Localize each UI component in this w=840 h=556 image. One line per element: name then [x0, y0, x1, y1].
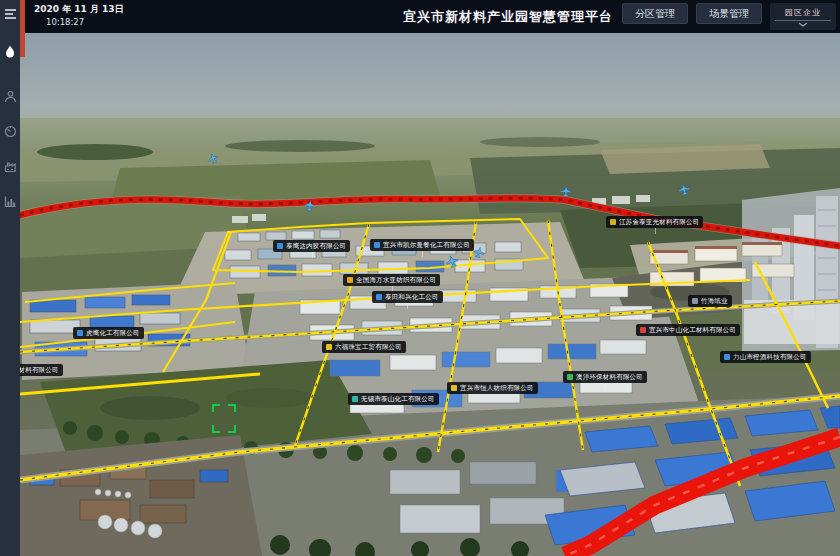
header-time: 10:18:27: [46, 17, 124, 28]
map-label-text: 竹海纸业: [701, 297, 728, 306]
map-label[interactable]: 竹海纸业: [688, 295, 732, 307]
marker-icon: [376, 294, 382, 300]
map-label-text: 泰田和兴化工公司: [385, 293, 439, 302]
map-label[interactable]: 六福珠宝工贸有限公司: [322, 341, 406, 353]
map-label[interactable]: 全国海万水亚纺织有限公司: [343, 274, 440, 286]
marker-icon: [326, 344, 332, 350]
map-label-text: 泰鹰达内胶有限公司: [286, 242, 346, 251]
header-date: 2020 年 11 月 13日: [34, 4, 124, 15]
map-label[interactable]: 宜兴市凯尔曼餐化工有限公司: [370, 239, 474, 251]
marker-icon: [692, 298, 698, 304]
menu-icon[interactable]: [0, 4, 20, 24]
map-label[interactable]: 江苏金泰亚光材料有限公司: [606, 216, 703, 228]
park-enterprise-dropdown[interactable]: 园区企业: [770, 3, 836, 30]
map-label[interactable]: 宜兴市防水材料有限公司: [20, 364, 63, 376]
map-label[interactable]: 宜兴市恒人纺织有限公司: [447, 382, 538, 394]
user-icon[interactable]: [0, 86, 20, 106]
map-label[interactable]: 虎鹰化工有限公司: [73, 327, 144, 339]
map-label-text: 宜兴市中山化工材料有限公司: [649, 326, 736, 335]
marker-icon: [724, 354, 730, 360]
map-label[interactable]: 宜兴市中山化工材料有限公司: [636, 324, 740, 336]
sidebar: [0, 0, 20, 556]
divider: [775, 20, 831, 21]
factory-icon[interactable]: [0, 156, 20, 176]
marker-icon: [77, 330, 83, 336]
map-label[interactable]: 澳洋环保材料有限公司: [563, 371, 647, 383]
marker-icon: [277, 243, 283, 249]
map-label[interactable]: 力山市橙酒科技有限公司: [720, 351, 811, 363]
sidebar-accent-bar: [20, 0, 25, 57]
map-label-text: 虎鹰化工有限公司: [86, 329, 140, 338]
marker-icon: [567, 374, 573, 380]
map-label-text: 澳洋环保材料有限公司: [576, 373, 643, 382]
map-label-text: 江苏金泰亚光材料有限公司: [619, 218, 699, 227]
marker-icon: [352, 396, 358, 402]
scene-manage-button[interactable]: 场景管理: [696, 3, 762, 24]
gauge-icon[interactable]: [0, 121, 20, 141]
marker-icon: [374, 242, 380, 248]
map-label-text: 宜兴市恒人纺织有限公司: [460, 384, 534, 393]
marker-icon: [640, 327, 646, 333]
map-label[interactable]: 无锡市泰山化工有限公司: [348, 393, 439, 405]
marker-icon: [347, 277, 353, 283]
map-label-text: 全国海万水亚纺织有限公司: [356, 276, 436, 285]
map-label-text: 宜兴市凯尔曼餐化工有限公司: [383, 241, 470, 250]
map-label-text: 宜兴市防水材料有限公司: [20, 366, 59, 375]
map-label-text: 力山市橙酒科技有限公司: [733, 353, 807, 362]
page-title: 宜兴市新材料产业园智慧管理平台: [388, 0, 628, 33]
map-label-text: 六福珠宝工贸有限公司: [335, 343, 402, 352]
map-label-text: 无锡市泰山化工有限公司: [361, 395, 435, 404]
map-viewport[interactable]: 泰鹰达内胶有限公司 宜兴市凯尔曼餐化工有限公司 全国海万水亚纺织有限公司 泰田和…: [20, 33, 840, 556]
marker-icon: [610, 219, 616, 225]
map-label[interactable]: 泰鹰达内胶有限公司: [273, 240, 350, 252]
top-header: 2020 年 11 月 13日 10:18:27 宜兴市新材料产业园智慧管理平台…: [20, 0, 840, 33]
flame-icon[interactable]: [0, 42, 20, 62]
partition-manage-button[interactable]: 分区管理: [622, 3, 688, 24]
chart-icon[interactable]: [0, 191, 20, 211]
map-label[interactable]: 泰田和兴化工公司: [372, 291, 443, 303]
chevron-down-icon: [798, 22, 808, 27]
marker-icon: [451, 385, 457, 391]
park-enterprise-label: 园区企业: [785, 7, 821, 18]
